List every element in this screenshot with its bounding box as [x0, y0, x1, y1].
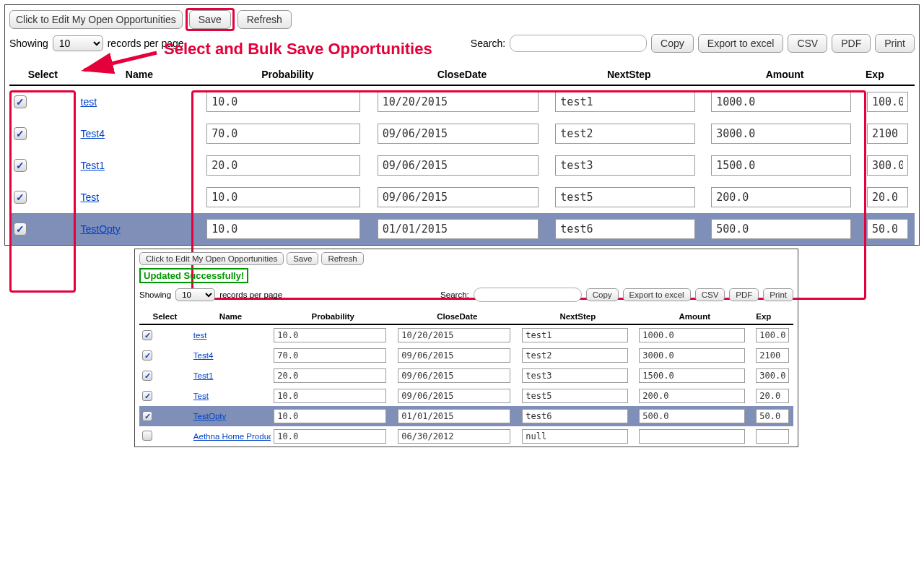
amount-input[interactable] [639, 429, 744, 444]
export-excel-button[interactable]: Export to excel [698, 34, 784, 53]
exp-input[interactable] [756, 368, 788, 383]
row-checkbox[interactable]: ✓ [142, 411, 152, 421]
nextstep-input[interactable] [522, 429, 627, 444]
refresh-button[interactable]: Refresh [321, 252, 363, 265]
probability-input[interactable] [206, 219, 360, 239]
amount-input[interactable] [711, 155, 851, 176]
row-checkbox[interactable]: ✓ [14, 223, 27, 236]
row-checkbox[interactable]: ✓ [14, 95, 27, 108]
closedate-input[interactable] [398, 328, 510, 342]
refresh-button[interactable]: Refresh [237, 10, 292, 29]
amount-input[interactable] [711, 92, 851, 112]
row-checkbox[interactable]: ✓ [14, 159, 27, 172]
probability-input[interactable] [274, 368, 386, 383]
name-link[interactable]: Test1 [81, 160, 105, 171]
nextstep-input[interactable] [555, 219, 695, 239]
probability-input[interactable] [274, 429, 386, 444]
amount-input[interactable] [639, 348, 744, 363]
name-link[interactable]: TestOpty [81, 223, 121, 235]
nextstep-input[interactable] [522, 409, 627, 423]
closedate-input[interactable] [398, 409, 510, 423]
print-button[interactable]: Print [875, 34, 915, 53]
table-row: ✓test [9, 85, 915, 118]
records-per-page-select[interactable]: 10 [175, 288, 215, 301]
save-button[interactable]: Save [189, 10, 231, 29]
probability-input[interactable] [274, 328, 386, 342]
nextstep-input[interactable] [522, 368, 627, 383]
probability-input[interactable] [274, 348, 386, 363]
nextstep-input[interactable] [555, 124, 695, 144]
probability-input[interactable] [274, 409, 386, 423]
exp-input[interactable] [756, 429, 788, 444]
probability-input[interactable] [206, 124, 360, 144]
name-link[interactable]: TestOpty [193, 412, 226, 420]
pdf-button[interactable]: PDF [729, 288, 759, 301]
amount-input[interactable] [711, 124, 851, 144]
csv-button[interactable]: CSV [788, 34, 827, 53]
copy-button[interactable]: Copy [586, 288, 619, 301]
nextstep-input[interactable] [555, 92, 695, 112]
closedate-input[interactable] [398, 429, 510, 444]
amount-input[interactable] [639, 389, 744, 403]
edit-button[interactable]: Click to Edit My Open Opportunities [9, 10, 183, 29]
probability-input[interactable] [206, 92, 360, 112]
print-button[interactable]: Print [763, 288, 793, 301]
exp-input[interactable] [867, 155, 908, 176]
csv-button[interactable]: CSV [695, 288, 725, 301]
export-excel-button[interactable]: Export to excel [623, 288, 691, 301]
row-checkbox[interactable]: ✓ [142, 371, 152, 381]
name-link[interactable]: test [81, 96, 97, 108]
amount-input[interactable] [711, 187, 851, 207]
copy-button[interactable]: Copy [651, 34, 694, 53]
name-link[interactable]: Test4 [193, 351, 214, 360]
row-checkbox[interactable]: ✓ [14, 191, 27, 204]
row-checkbox[interactable]: ✓ [14, 127, 27, 140]
nextstep-input[interactable] [555, 187, 695, 207]
probability-input[interactable] [206, 187, 360, 207]
closedate-input[interactable] [378, 155, 539, 176]
row-checkbox[interactable]: ✓ [142, 391, 152, 401]
col-exp: Exp [863, 64, 915, 85]
probability-input[interactable] [206, 155, 360, 176]
name-link[interactable]: Test [81, 191, 100, 203]
nextstep-input[interactable] [555, 155, 695, 176]
edit-button[interactable]: Click to Edit My Open Opportunities [139, 252, 284, 265]
records-per-page-select[interactable]: 10 [53, 35, 103, 51]
amount-input[interactable] [639, 328, 744, 342]
amount-input[interactable] [639, 409, 744, 423]
name-link[interactable]: Test [193, 392, 209, 400]
exp-input[interactable] [867, 124, 908, 144]
pdf-button[interactable]: PDF [832, 34, 871, 53]
amount-input[interactable] [639, 368, 744, 383]
name-link[interactable]: test [193, 331, 207, 340]
nextstep-input[interactable] [522, 348, 627, 363]
closedate-input[interactable] [398, 368, 510, 383]
exp-input[interactable] [867, 92, 908, 112]
exp-input[interactable] [756, 328, 788, 342]
exp-input[interactable] [756, 348, 788, 363]
search-input[interactable] [474, 288, 582, 302]
name-link[interactable]: Test4 [81, 128, 105, 139]
exp-input[interactable] [867, 187, 908, 207]
amount-input[interactable] [711, 219, 851, 239]
exp-input[interactable] [756, 409, 788, 423]
nextstep-input[interactable] [522, 328, 627, 342]
exp-input[interactable] [867, 219, 908, 239]
search-input[interactable] [510, 35, 647, 52]
row-checkbox[interactable]: ✓ [142, 350, 152, 361]
closedate-input[interactable] [398, 389, 510, 403]
nextstep-input[interactable] [522, 389, 627, 403]
closedate-input[interactable] [378, 187, 539, 207]
closedate-input[interactable] [378, 219, 539, 239]
name-link[interactable]: Aethna Home Products-o2-Clone1 [193, 432, 271, 441]
row-checkbox[interactable]: ✓ [142, 330, 152, 340]
closedate-input[interactable] [378, 92, 539, 112]
closedate-input[interactable] [398, 348, 510, 363]
name-link[interactable]: Test1 [193, 371, 214, 380]
exp-input[interactable] [756, 389, 788, 403]
closedate-input[interactable] [378, 124, 539, 144]
probability-input[interactable] [274, 389, 386, 403]
row-checkbox[interactable] [142, 431, 152, 441]
showing-label: Showing [139, 290, 171, 299]
save-button[interactable]: Save [287, 252, 318, 265]
